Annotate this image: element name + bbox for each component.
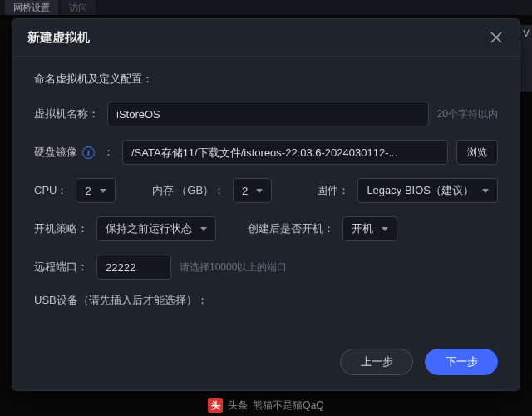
- fw-label: 固件：: [317, 183, 349, 198]
- vm-name-label: 虚拟机名称：: [34, 106, 99, 121]
- port-input[interactable]: [96, 255, 171, 280]
- port-hint: 请选择10000以上的端口: [180, 260, 287, 275]
- chevron-down-icon: [256, 189, 263, 193]
- info-icon[interactable]: i: [82, 146, 95, 159]
- mem-label: 内存 （GB）：: [152, 183, 224, 198]
- row-usb: USB设备（请先插入后才能选择）：: [34, 293, 498, 308]
- boot-policy-select[interactable]: 保持之前运行状态: [96, 216, 216, 241]
- vm-name-hint: 20个字符以内: [437, 107, 498, 121]
- disk-image-path[interactable]: /SATA存储11/下载文件/istoreos-22.03.6-20240301…: [122, 140, 448, 165]
- browse-button[interactable]: 浏览: [456, 140, 498, 165]
- disk-image-colon: ：: [103, 145, 114, 160]
- modal-header: 新建虚拟机: [12, 19, 520, 57]
- after-create-label: 创建后是否开机：: [248, 221, 334, 236]
- chevron-down-icon: [100, 189, 106, 193]
- mem-select[interactable]: 2: [233, 178, 272, 203]
- after-create-value: 开机: [352, 221, 373, 236]
- port-label: 远程端口：: [34, 260, 88, 275]
- modal-footer: 上一步 下一步: [12, 337, 520, 390]
- mem-value: 2: [242, 185, 248, 197]
- next-button[interactable]: 下一步: [425, 349, 498, 375]
- disk-image-label: 硬盘镜像: [34, 145, 77, 160]
- chevron-down-icon: [382, 227, 388, 231]
- vm-name-input[interactable]: [107, 102, 429, 126]
- boot-policy-label: 开机策略：: [34, 221, 88, 236]
- author-name: 熊猫不是猫QaQ: [253, 399, 323, 413]
- close-icon[interactable]: [488, 29, 505, 46]
- modal-body: 命名虚拟机及定义配置： 虚拟机名称： 20个字符以内 硬盘镜像 i ： /SAT…: [12, 57, 520, 337]
- row-remote-port: 远程端口： 请选择10000以上的端口: [34, 255, 498, 280]
- fw-value: Legacy BIOS（建议）: [367, 183, 474, 198]
- row-cpu-mem-fw: CPU： 2 内存 （GB）： 2 固件： Legacy BIOS（建议）: [34, 178, 498, 203]
- section-label: 命名虚拟机及定义配置：: [34, 72, 498, 87]
- row-vm-name: 虚拟机名称： 20个字符以内: [34, 102, 498, 126]
- fw-select[interactable]: Legacy BIOS（建议）: [357, 178, 498, 203]
- row-disk-image: 硬盘镜像 i ： /SATA存储11/下载文件/istoreos-22.03.6…: [34, 140, 498, 165]
- chevron-down-icon: [482, 189, 489, 193]
- prev-button[interactable]: 上一步: [340, 349, 413, 375]
- after-create-select[interactable]: 开机: [342, 216, 397, 241]
- usb-label: USB设备（请先插入后才能选择）：: [34, 293, 208, 308]
- row-boot-after: 开机策略： 保持之前运行状态 创建后是否开机： 开机: [34, 216, 498, 241]
- create-vm-modal: 新建虚拟机 命名虚拟机及定义配置： 虚拟机名称： 20个字符以内 硬盘镜像 i …: [12, 18, 520, 391]
- chevron-down-icon: [200, 227, 207, 231]
- modal-title: 新建虚拟机: [27, 30, 90, 46]
- attribution-bar: 头 头条 熊猫不是猫QaQ: [0, 398, 532, 413]
- source-name: 头条: [228, 399, 248, 413]
- source-logo-icon: 头: [208, 398, 223, 413]
- cpu-select[interactable]: 2: [76, 178, 115, 203]
- cpu-label: CPU：: [34, 183, 67, 198]
- cpu-value: 2: [85, 185, 91, 197]
- boot-policy-value: 保持之前运行状态: [106, 221, 192, 236]
